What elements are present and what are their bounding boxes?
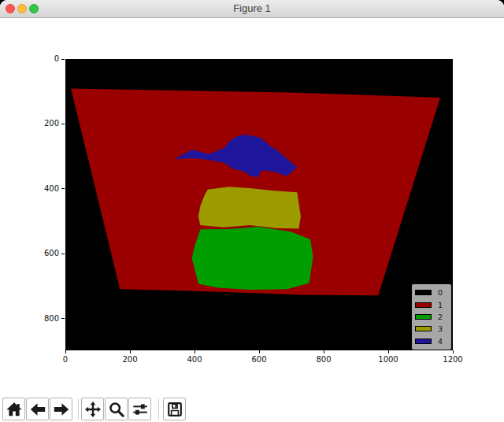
- legend: 01234: [411, 283, 452, 350]
- legend-label: 3: [438, 324, 443, 333]
- legend-label: 2: [438, 313, 443, 321]
- x-tick: [195, 350, 195, 354]
- home-button[interactable]: [2, 398, 25, 420]
- figure-window: Figure 1 0200400600800100012000200400600…: [0, 0, 504, 422]
- figure-canvas[interactable]: [65, 59, 453, 350]
- y-tick-label: 800: [31, 314, 59, 324]
- y-tick: [61, 59, 65, 60]
- back-arrow-icon: [29, 401, 46, 418]
- x-tick: [130, 350, 131, 354]
- region-class-3: [198, 187, 301, 228]
- home-icon: [6, 401, 23, 418]
- back-button[interactable]: [26, 398, 49, 420]
- zoom-icon: [108, 401, 125, 418]
- y-tick: [61, 254, 65, 254]
- toolbar-separator: [158, 399, 159, 420]
- legend-swatch: [415, 326, 432, 331]
- x-tick: [65, 350, 66, 354]
- legend-entry: 4: [415, 336, 450, 346]
- x-tick-label: 1200: [435, 355, 470, 364]
- legend-entry: 3: [415, 324, 450, 334]
- window-title: Figure 1: [0, 0, 504, 17]
- legend-entry: 0: [415, 288, 450, 298]
- x-tick-label: 600: [242, 355, 276, 364]
- configure-subplots-button[interactable]: [128, 398, 151, 420]
- legend-swatch: [415, 302, 432, 308]
- y-tick-label: 200: [31, 119, 59, 128]
- y-tick: [61, 318, 65, 319]
- legend-swatch: [415, 314, 432, 320]
- zoom-rect-button[interactable]: [105, 398, 128, 420]
- x-tick-label: 0: [48, 355, 83, 364]
- pan-icon: [84, 401, 102, 418]
- pan-button[interactable]: [81, 398, 104, 420]
- toolbar-separator: [78, 399, 79, 420]
- titlebar[interactable]: Figure 1: [0, 0, 504, 18]
- x-tick: [453, 350, 454, 354]
- forward-button[interactable]: [50, 398, 72, 420]
- save-button[interactable]: [163, 398, 186, 420]
- legend-swatch: [415, 290, 432, 295]
- x-tick: [259, 350, 260, 354]
- x-tick: [324, 350, 324, 354]
- y-tick-label: 600: [31, 249, 59, 258]
- x-tick: [388, 350, 389, 354]
- forward-arrow-icon: [53, 401, 70, 418]
- legend-entry: 1: [415, 300, 450, 309]
- segmentation-image: [65, 59, 453, 350]
- y-tick: [61, 188, 65, 189]
- x-tick-label: 1000: [371, 355, 406, 364]
- subplots-icon: [132, 401, 149, 418]
- y-tick: [61, 124, 65, 124]
- y-tick-label: 0: [31, 54, 59, 64]
- x-tick-label: 200: [113, 355, 147, 364]
- legend-swatch: [415, 339, 432, 344]
- y-tick-label: 400: [31, 184, 59, 194]
- save-icon: [166, 401, 183, 418]
- legend-label: 1: [438, 301, 443, 309]
- legend-label: 0: [438, 288, 443, 297]
- x-tick-label: 800: [306, 355, 341, 364]
- legend-label: 4: [438, 337, 443, 346]
- region-class-2: [192, 227, 313, 290]
- x-tick-label: 400: [177, 355, 212, 364]
- legend-entry: 2: [415, 312, 450, 321]
